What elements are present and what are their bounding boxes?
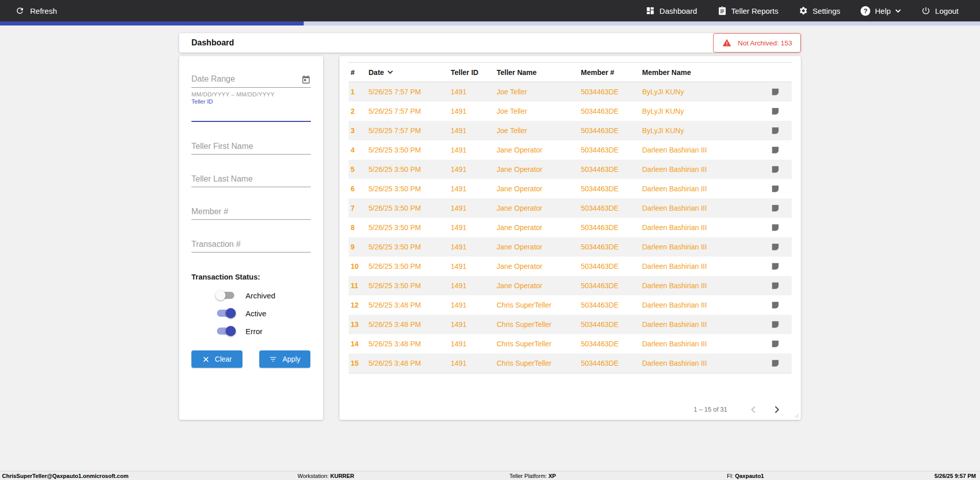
table-row[interactable]: 11 5/26/25 3:50 PM 1491 Jane Operator 50… (349, 276, 792, 295)
cell-date: 5/26/25 3:48 PM (369, 340, 451, 348)
clear-button-label: Clear (215, 355, 232, 363)
table-row[interactable]: 12 5/26/25 3:48 PM 1491 Chris SuperTelle… (349, 295, 792, 315)
member-number-input[interactable] (191, 206, 311, 220)
filter-icon (269, 355, 277, 363)
col-header-member-name: Member Name (642, 68, 759, 77)
date-range-input[interactable] (191, 73, 301, 85)
cell-teller-name: Chris SuperTeller (497, 359, 581, 367)
cell-teller-id: 1491 (451, 301, 497, 309)
cell-teller-name: Joe Teller (497, 88, 581, 96)
row-note-button[interactable] (759, 87, 792, 96)
row-note-button[interactable] (759, 145, 792, 155)
prev-page-button[interactable] (746, 402, 761, 417)
refresh-button[interactable]: Refresh (15, 6, 57, 15)
row-note-button[interactable] (759, 339, 792, 348)
cell-teller-id: 1491 (451, 107, 497, 115)
row-note-button[interactable] (759, 359, 792, 368)
calendar-button[interactable] (301, 75, 311, 85)
nav-dashboard[interactable]: Dashboard (646, 6, 697, 15)
row-note-button[interactable] (759, 107, 792, 116)
cell-row-number: 5 (351, 165, 369, 173)
row-note-button[interactable] (759, 300, 792, 310)
nav-settings[interactable]: Settings (799, 6, 840, 15)
reports-icon (718, 6, 727, 15)
table-row[interactable]: 1 5/26/25 7:57 PM 1491 Joe Teller 503446… (349, 82, 792, 102)
cell-row-number: 4 (351, 146, 369, 154)
table-row[interactable]: 4 5/26/25 3:50 PM 1491 Jane Operator 503… (349, 140, 792, 160)
next-page-button[interactable] (769, 402, 785, 417)
row-note-button[interactable] (759, 204, 792, 213)
note-icon (771, 126, 780, 135)
row-note-button[interactable] (759, 126, 792, 135)
teller-id-input[interactable] (191, 107, 311, 122)
cell-row-number: 3 (351, 127, 369, 135)
refresh-icon (15, 6, 24, 15)
transaction-status-label: Transaction Status: (191, 273, 311, 281)
row-note-button[interactable] (759, 281, 792, 290)
topbar-nav: Dashboard Teller Reports Settings ? Help… (646, 6, 959, 16)
cell-member-number: 5034463DE (581, 262, 642, 270)
cell-teller-name: Joe Teller (497, 107, 581, 115)
toggle-error[interactable] (217, 327, 234, 335)
not-archived-badge[interactable]: Not Archived: 153 (713, 33, 801, 53)
cell-teller-name: Jane Operator (497, 262, 581, 270)
pagination: 1 – 15 of 31 (349, 402, 792, 417)
status-toggle-label: Active (246, 309, 266, 318)
cell-member-name: ByLyJI KUNy (642, 88, 759, 96)
col-header-date[interactable]: Date (369, 68, 451, 77)
row-note-button[interactable] (759, 320, 792, 329)
table-row[interactable]: 6 5/26/25 3:50 PM 1491 Jane Operator 503… (349, 179, 792, 198)
toggle-archived[interactable] (217, 292, 234, 299)
cell-member-number: 5034463DE (581, 223, 642, 232)
cell-date: 5/26/25 7:57 PM (369, 127, 451, 135)
chevron-down-icon (895, 9, 901, 13)
cell-teller-name: Jane Operator (497, 204, 581, 212)
filter-panel: MM/DD/YYYY – MM/DD/YYYY Teller ID Transa… (179, 56, 323, 420)
row-note-button[interactable] (759, 262, 792, 271)
table-row[interactable]: 10 5/26/25 3:50 PM 1491 Jane Operator 50… (349, 257, 792, 276)
row-note-button[interactable] (759, 184, 792, 193)
resize-grip[interactable] (794, 413, 799, 418)
teller-last-name-input[interactable] (191, 173, 311, 187)
table-row[interactable]: 9 5/26/25 3:50 PM 1491 Jane Operator 503… (349, 237, 792, 257)
cell-teller-name: Chris SuperTeller (497, 320, 581, 329)
cell-row-number: 9 (351, 243, 369, 251)
cell-row-number: 11 (351, 282, 369, 290)
table-row[interactable]: 7 5/26/25 3:50 PM 1491 Jane Operator 503… (349, 198, 792, 218)
cell-row-number: 12 (351, 301, 369, 309)
cell-row-number: 2 (351, 107, 369, 115)
table-row[interactable]: 5 5/26/25 3:50 PM 1491 Jane Operator 503… (349, 160, 792, 179)
apply-button[interactable]: Apply (259, 350, 310, 368)
table-row[interactable]: 13 5/26/25 3:48 PM 1491 Chris SuperTelle… (349, 315, 792, 334)
table-row[interactable]: 3 5/26/25 7:57 PM 1491 Joe Teller 503446… (349, 121, 792, 140)
nav-dashboard-label: Dashboard (659, 7, 697, 15)
table-row[interactable]: 14 5/26/25 3:48 PM 1491 Chris SuperTelle… (349, 334, 792, 353)
note-icon (771, 281, 780, 290)
nav-help[interactable]: ? Help (861, 6, 901, 16)
col-header-num: # (351, 68, 369, 77)
toggle-active[interactable] (217, 310, 234, 317)
cell-member-name: ByLyJI KUNy (642, 107, 759, 115)
cell-teller-id: 1491 (451, 204, 497, 212)
clear-button[interactable]: Clear (191, 350, 242, 368)
table-row[interactable]: 15 5/26/25 3:48 PM 1491 Chris SuperTelle… (349, 353, 792, 373)
row-note-button[interactable] (759, 165, 792, 174)
statusbar-datetime: 5/26/25 9:57 PM (935, 473, 976, 479)
help-icon: ? (861, 6, 870, 16)
row-note-button[interactable] (759, 242, 792, 251)
cell-member-name: Darleen Bashirian III (642, 146, 759, 154)
note-icon (771, 359, 780, 368)
topbar: Refresh Dashboard Teller Reports Setting… (0, 0, 980, 21)
nav-teller-reports[interactable]: Teller Reports (718, 6, 779, 15)
transaction-number-input[interactable] (191, 238, 311, 252)
cell-teller-id: 1491 (451, 359, 497, 367)
table-row[interactable]: 2 5/26/25 7:57 PM 1491 Joe Teller 503446… (349, 102, 792, 121)
date-range-field (191, 73, 311, 88)
cell-row-number: 8 (351, 223, 369, 232)
teller-first-name-input[interactable] (191, 140, 311, 155)
row-note-button[interactable] (759, 223, 792, 232)
nav-logout[interactable]: Logout (921, 6, 959, 15)
cell-teller-name: Jane Operator (497, 146, 581, 154)
cell-member-name: Darleen Bashirian III (642, 185, 759, 193)
table-row[interactable]: 8 5/26/25 3:50 PM 1491 Jane Operator 503… (349, 218, 792, 237)
